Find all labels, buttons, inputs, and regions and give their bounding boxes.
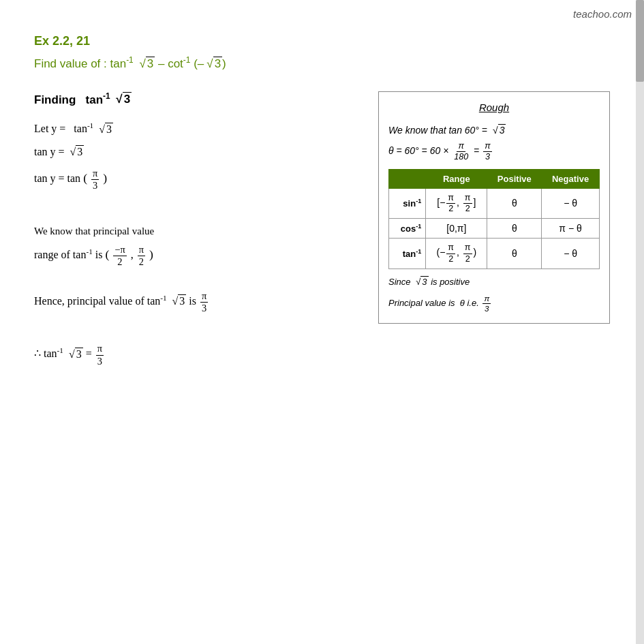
math-line-1: Let y = tan-1 3: [34, 121, 365, 135]
table-row-tan: tan-1 (−π2, π2) θ − θ: [389, 239, 600, 269]
range-cos: [0,π]: [426, 219, 487, 239]
func-tan: tan-1: [389, 239, 426, 269]
problem-statement: Find value of : tan-1 3 – cot-1 (–3): [34, 55, 610, 71]
math-line-2: tan y = 3: [34, 145, 365, 158]
pos-cos: θ: [487, 219, 542, 239]
pos-tan: θ: [487, 239, 542, 269]
exercise-title: Ex 2.2, 21: [34, 34, 610, 48]
table-row-sin: sin-1 [−π2, π2] θ − θ: [389, 188, 600, 218]
since-line1: Since 3 is positive: [388, 276, 600, 287]
scrollbar-thumb[interactable]: [636, 0, 644, 82]
range-sin: [−π2, π2]: [426, 188, 487, 218]
hence-text: Hence, principal value of tan-1 3 is π3: [34, 290, 365, 315]
rough-box: Rough We know that tan 60° = 3 θ = 60° =…: [378, 91, 610, 324]
range-tan: (−π2, π2): [426, 239, 487, 269]
rough-line2: θ = 60° = 60 × π180 = π3: [388, 141, 600, 162]
neg-cos: π − θ: [542, 219, 600, 239]
watermark: teachoo.com: [573, 8, 632, 20]
col-positive: Positive: [487, 169, 542, 188]
principal-value-text: We know that principal value: [34, 226, 365, 237]
therefore-line: ∴ tan-1 3 = π3: [34, 343, 365, 367]
table-row-cos: cos-1 [0,π] θ π − θ: [389, 219, 600, 239]
range-text: range of tan-1 is ( −π2 , π2 ): [34, 244, 365, 269]
math-line-3: tan y = tan ( π3 ): [34, 168, 365, 192]
neg-sin: − θ: [542, 188, 600, 218]
rough-line1: We know that tan 60° = 3: [388, 124, 600, 136]
col-func: [389, 169, 426, 188]
func-sin: sin-1: [389, 188, 426, 218]
pos-sin: θ: [487, 188, 542, 218]
func-cos: cos-1: [389, 219, 426, 239]
left-content: Finding tan-1 3 Let y = tan-1 3 tan y = …: [34, 91, 365, 367]
scrollbar[interactable]: [636, 0, 644, 644]
reference-table: Range Positive Negative sin-1 [−π2, π2] …: [388, 169, 600, 269]
rough-title: Rough: [388, 102, 600, 113]
section-heading: Finding tan-1 3: [34, 91, 365, 107]
neg-tan: − θ: [542, 239, 600, 269]
col-negative: Negative: [542, 169, 600, 188]
col-range: Range: [426, 169, 487, 188]
since-line2: Principal value is θ i.e. π3: [388, 294, 600, 313]
